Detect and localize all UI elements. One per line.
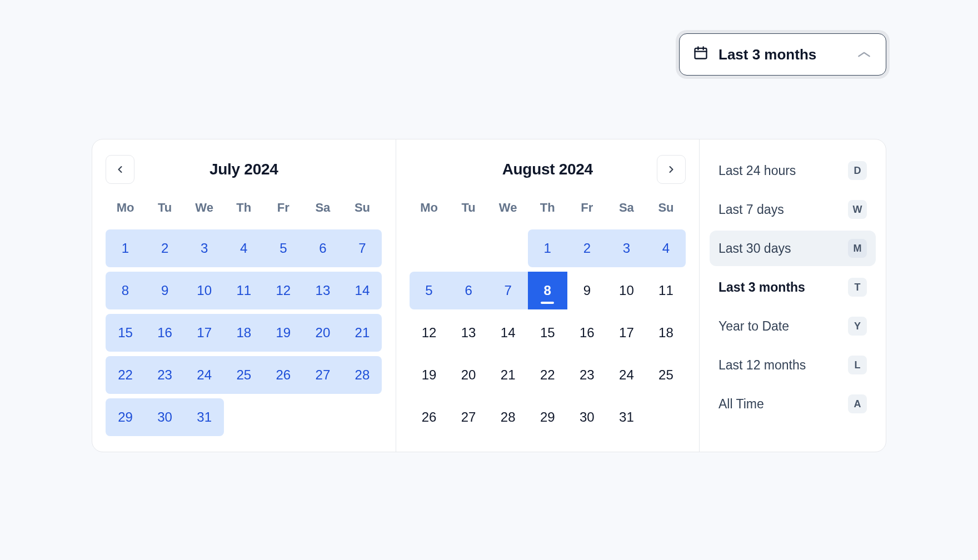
calendar-icon bbox=[693, 45, 708, 64]
weekday-header: Su bbox=[342, 201, 382, 225]
preset-shortcut-key: W bbox=[848, 200, 867, 219]
calendar-day[interactable]: 3 bbox=[607, 229, 646, 267]
calendar-day bbox=[646, 398, 686, 436]
calendar-day[interactable]: 5 bbox=[410, 272, 449, 309]
calendar-day[interactable]: 28 bbox=[342, 356, 382, 394]
preset-option[interactable]: All TimeA bbox=[710, 386, 876, 422]
weekday-header: Sa bbox=[607, 201, 646, 225]
calendar-day[interactable]: 15 bbox=[528, 314, 567, 352]
month-title: August 2024 bbox=[502, 161, 593, 178]
calendar-day bbox=[303, 398, 342, 436]
calendar-day[interactable]: 19 bbox=[263, 314, 303, 352]
calendar-day[interactable]: 7 bbox=[342, 229, 382, 267]
calendar-day[interactable]: 30 bbox=[567, 398, 607, 436]
weekday-header: Sa bbox=[303, 201, 342, 225]
calendar-day[interactable]: 26 bbox=[263, 356, 303, 394]
calendar-day[interactable]: 16 bbox=[567, 314, 607, 352]
month-title: July 2024 bbox=[209, 161, 278, 178]
calendar-day[interactable]: 16 bbox=[145, 314, 184, 352]
calendar-day[interactable]: 11 bbox=[646, 272, 686, 309]
preset-option[interactable]: Last 24 hoursD bbox=[710, 153, 876, 188]
calendar-day[interactable]: 12 bbox=[263, 272, 303, 309]
calendar-day[interactable]: 29 bbox=[528, 398, 567, 436]
calendar-day bbox=[488, 229, 528, 267]
calendar-day[interactable]: 4 bbox=[646, 229, 686, 267]
weekday-header: Mo bbox=[106, 201, 145, 225]
preset-list: Last 24 hoursDLast 7 daysWLast 30 daysML… bbox=[699, 139, 886, 452]
calendar-day[interactable]: 8 bbox=[106, 272, 145, 309]
calendar-day-today[interactable]: 8 bbox=[528, 272, 567, 309]
calendar-day[interactable]: 13 bbox=[303, 272, 342, 309]
calendar-day[interactable]: 18 bbox=[646, 314, 686, 352]
calendar-day[interactable]: 7 bbox=[488, 272, 528, 309]
calendar-day[interactable]: 1 bbox=[528, 229, 567, 267]
prev-month-button[interactable] bbox=[106, 155, 134, 184]
next-month-button[interactable] bbox=[657, 155, 686, 184]
weekday-header: Fr bbox=[567, 201, 607, 225]
calendar-day[interactable]: 6 bbox=[303, 229, 342, 267]
preset-option[interactable]: Last 30 daysM bbox=[710, 231, 876, 266]
calendar-day[interactable]: 24 bbox=[184, 356, 224, 394]
calendar-day[interactable]: 9 bbox=[145, 272, 184, 309]
calendar-day[interactable]: 5 bbox=[263, 229, 303, 267]
calendar-day[interactable]: 17 bbox=[607, 314, 646, 352]
svg-rect-0 bbox=[695, 48, 707, 58]
calendar-day[interactable]: 6 bbox=[449, 272, 488, 309]
preset-label: Last 12 months bbox=[718, 358, 806, 373]
preset-label: Last 7 days bbox=[718, 202, 784, 217]
calendar-day[interactable]: 25 bbox=[646, 356, 686, 394]
calendar-day[interactable]: 14 bbox=[488, 314, 528, 352]
calendar-day[interactable]: 25 bbox=[224, 356, 263, 394]
calendar-day[interactable]: 17 bbox=[184, 314, 224, 352]
preset-label: All Time bbox=[718, 397, 764, 412]
calendar-day[interactable]: 10 bbox=[607, 272, 646, 309]
calendar-day[interactable]: 23 bbox=[567, 356, 607, 394]
preset-shortcut-key: Y bbox=[848, 317, 867, 336]
calendar-day[interactable]: 26 bbox=[410, 398, 449, 436]
preset-shortcut-key: T bbox=[848, 278, 867, 297]
calendar-day[interactable]: 4 bbox=[224, 229, 263, 267]
calendar-day[interactable]: 11 bbox=[224, 272, 263, 309]
calendar-day[interactable]: 30 bbox=[145, 398, 184, 436]
calendar-day[interactable]: 31 bbox=[184, 398, 224, 436]
calendar-day[interactable]: 3 bbox=[184, 229, 224, 267]
calendar-day bbox=[263, 398, 303, 436]
date-range-trigger[interactable]: Last 3 months bbox=[679, 33, 886, 76]
calendar-day[interactable]: 9 bbox=[567, 272, 607, 309]
weekday-header: Fr bbox=[263, 201, 303, 225]
calendar-day[interactable]: 21 bbox=[342, 314, 382, 352]
date-range-trigger-label: Last 3 months bbox=[718, 46, 816, 63]
calendar-day[interactable]: 27 bbox=[449, 398, 488, 436]
calendar-day[interactable]: 20 bbox=[303, 314, 342, 352]
calendar-day[interactable]: 2 bbox=[567, 229, 607, 267]
calendar-day[interactable]: 2 bbox=[145, 229, 184, 267]
calendar-day[interactable]: 15 bbox=[106, 314, 145, 352]
calendar-day[interactable]: 31 bbox=[607, 398, 646, 436]
preset-option[interactable]: Last 12 monthsL bbox=[710, 347, 876, 383]
calendar-day[interactable]: 1 bbox=[106, 229, 145, 267]
preset-shortcut-key: L bbox=[848, 356, 867, 374]
preset-option[interactable]: Year to DateY bbox=[710, 308, 876, 344]
preset-option[interactable]: Last 3 monthsT bbox=[710, 269, 876, 305]
calendar-month: July 2024MoTuWeThFrSaSu12345678910111213… bbox=[92, 139, 396, 452]
weekday-header: Su bbox=[646, 201, 686, 225]
calendar-day[interactable]: 22 bbox=[528, 356, 567, 394]
calendar-day[interactable]: 14 bbox=[342, 272, 382, 309]
preset-option[interactable]: Last 7 daysW bbox=[710, 192, 876, 227]
calendar-day[interactable]: 13 bbox=[449, 314, 488, 352]
calendar-day[interactable]: 21 bbox=[488, 356, 528, 394]
calendar-day[interactable]: 24 bbox=[607, 356, 646, 394]
calendar-day[interactable]: 20 bbox=[449, 356, 488, 394]
calendar-day[interactable]: 28 bbox=[488, 398, 528, 436]
weekday-header: Mo bbox=[410, 201, 449, 225]
calendar-day[interactable]: 22 bbox=[106, 356, 145, 394]
calendar-day[interactable]: 29 bbox=[106, 398, 145, 436]
preset-label: Year to Date bbox=[718, 319, 789, 334]
calendar-day[interactable]: 23 bbox=[145, 356, 184, 394]
calendar-day[interactable]: 10 bbox=[184, 272, 224, 309]
calendar-day[interactable]: 12 bbox=[410, 314, 449, 352]
calendar-day[interactable]: 27 bbox=[303, 356, 342, 394]
calendar-day[interactable]: 18 bbox=[224, 314, 263, 352]
date-range-panel: July 2024MoTuWeThFrSaSu12345678910111213… bbox=[92, 139, 886, 452]
calendar-day[interactable]: 19 bbox=[410, 356, 449, 394]
